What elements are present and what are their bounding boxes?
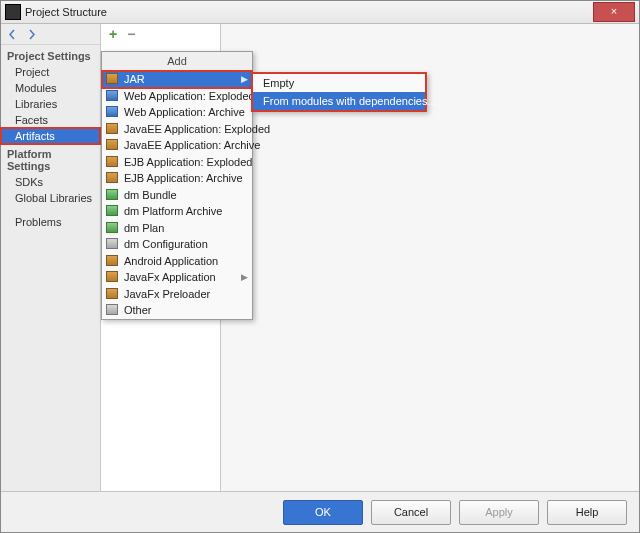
jar-submenu: EmptyFrom modules with dependencies... (251, 72, 427, 112)
add-menu-item-label: Web Application: Exploded (124, 90, 255, 102)
dialog-footer: OK Cancel Apply Help (1, 491, 639, 532)
add-menu-item-label: Other (124, 304, 152, 316)
artifact-type-icon (106, 73, 120, 85)
add-menu-item[interactable]: JavaEE Application: Archive (102, 137, 252, 154)
nav-forward-icon[interactable] (26, 29, 37, 40)
window-title: Project Structure (25, 6, 107, 18)
sidebar-item-sdks[interactable]: SDKs (1, 174, 100, 190)
add-menu-item[interactable]: JAR▶ (102, 71, 252, 88)
content-area: Project SettingsProjectModulesLibrariesF… (1, 24, 639, 491)
artifact-type-icon (106, 172, 120, 184)
add-menu-item[interactable]: Android Application (102, 253, 252, 270)
nav-back-icon[interactable] (7, 29, 18, 40)
add-menu-item-label: JAR (124, 73, 145, 85)
remove-artifact-button[interactable]: − (127, 28, 135, 40)
add-menu-item-label: dm Configuration (124, 238, 208, 250)
sidebar-toolbar (1, 24, 100, 45)
sidebar-item-problems[interactable]: Problems (1, 214, 100, 230)
jar-submenu-item[interactable]: Empty (253, 74, 425, 92)
add-menu-item[interactable]: JavaFx Preloader (102, 286, 252, 303)
sidebar-item-libraries[interactable]: Libraries (1, 96, 100, 112)
add-menu-item-label: dm Bundle (124, 189, 177, 201)
add-menu-item-label: JavaEE Application: Exploded (124, 123, 270, 135)
add-menu-item[interactable]: JavaFx Application▶ (102, 269, 252, 286)
add-menu-item[interactable]: dm Bundle (102, 187, 252, 204)
add-artifact-menu: Add JAR▶Web Application: ExplodedWeb App… (101, 51, 253, 320)
artifact-type-icon (106, 271, 120, 283)
artifact-type-icon (106, 238, 120, 250)
add-menu-item[interactable]: Web Application: Archive (102, 104, 252, 121)
sidebar-heading: Project Settings (1, 46, 100, 64)
add-artifact-button[interactable]: + (109, 28, 117, 40)
add-menu-item-label: Android Application (124, 255, 218, 267)
cancel-button[interactable]: Cancel (371, 500, 451, 525)
artifact-type-icon (106, 255, 120, 267)
add-menu-item-label: EJB Application: Archive (124, 172, 243, 184)
add-menu-item-label: dm Platform Archive (124, 205, 222, 217)
artifact-type-icon (106, 123, 120, 135)
sidebar-item-facets[interactable]: Facets (1, 112, 100, 128)
sidebar: Project SettingsProjectModulesLibrariesF… (1, 24, 101, 491)
title-bar: Project Structure × (1, 1, 639, 24)
artifact-type-icon (106, 304, 120, 316)
add-menu-item[interactable]: JavaEE Application: Exploded (102, 121, 252, 138)
add-menu-item-label: Web Application: Archive (124, 106, 245, 118)
app-icon (5, 4, 21, 20)
add-menu-item-label: JavaFx Application (124, 271, 216, 283)
add-menu-item[interactable]: EJB Application: Archive (102, 170, 252, 187)
artifact-type-icon (106, 156, 120, 168)
sidebar-item-global-libraries[interactable]: Global Libraries (1, 190, 100, 206)
add-menu-item[interactable]: dm Platform Archive (102, 203, 252, 220)
sidebar-item-artifacts[interactable]: Artifacts (1, 128, 100, 144)
apply-button: Apply (459, 500, 539, 525)
add-menu-item[interactable]: Other (102, 302, 252, 319)
artifact-type-icon (106, 222, 120, 234)
project-structure-window: Project Structure × Project SettingsProj… (0, 0, 640, 533)
artifacts-toolbar: + − (101, 24, 220, 45)
artifact-type-icon (106, 90, 120, 102)
submenu-arrow-icon: ▶ (241, 74, 248, 84)
add-menu-item[interactable]: dm Plan (102, 220, 252, 237)
add-menu-item[interactable]: Web Application: Exploded (102, 88, 252, 105)
jar-submenu-item[interactable]: From modules with dependencies... (253, 92, 425, 110)
add-menu-item-label: EJB Application: Exploded (124, 156, 252, 168)
jar-submenu-item-label: Empty (257, 77, 294, 89)
submenu-arrow-icon: ▶ (241, 272, 248, 282)
jar-submenu-item-label: From modules with dependencies... (257, 95, 437, 107)
artifact-type-icon (106, 106, 120, 118)
sidebar-item-project[interactable]: Project (1, 64, 100, 80)
add-menu-item[interactable]: EJB Application: Exploded (102, 154, 252, 171)
artifact-type-icon (106, 139, 120, 151)
artifact-type-icon (106, 288, 120, 300)
add-menu-item[interactable]: dm Configuration (102, 236, 252, 253)
sidebar-heading: Platform Settings (1, 144, 100, 174)
artifact-type-icon (106, 205, 120, 217)
add-menu-item-label: JavaFx Preloader (124, 288, 210, 300)
sidebar-item-modules[interactable]: Modules (1, 80, 100, 96)
ok-button[interactable]: OK (283, 500, 363, 525)
artifact-type-icon (106, 189, 120, 201)
add-artifact-menu-title: Add (102, 52, 252, 71)
window-close-button[interactable]: × (593, 2, 635, 22)
add-menu-item-label: JavaEE Application: Archive (124, 139, 260, 151)
help-button[interactable]: Help (547, 500, 627, 525)
add-menu-item-label: dm Plan (124, 222, 164, 234)
